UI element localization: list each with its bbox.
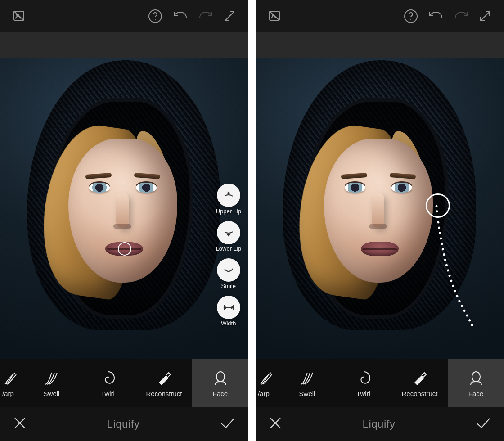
- secondary-toolbar: [0, 32, 248, 58]
- svg-point-4: [216, 372, 225, 382]
- bottom-action-bar: Liquify: [0, 407, 248, 441]
- liquify-tool-strip: /arp Swell Twirl Reconstruct Face: [0, 359, 248, 407]
- face-option-label: Smile: [221, 283, 236, 289]
- secondary-toolbar: [256, 32, 504, 58]
- liquify-tool-strip: /arp Swell Twirl Reconstruct Face: [256, 359, 504, 407]
- top-toolbar: [256, 0, 504, 32]
- tool-reconstruct[interactable]: Reconstruct: [136, 359, 192, 407]
- editor-pane-left: Upper Lip Lower Lip Smile: [0, 0, 248, 441]
- help-icon[interactable]: [403, 9, 418, 24]
- tool-label: Twirl: [356, 390, 370, 397]
- tool-face[interactable]: Face: [192, 359, 248, 407]
- tool-swell[interactable]: Swell: [279, 359, 335, 407]
- width-icon: [217, 296, 240, 319]
- tool-label: /arp: [2, 390, 14, 397]
- tool-label: Reconstruct: [401, 390, 437, 397]
- tool-label: Reconstruct: [146, 390, 182, 397]
- canvas[interactable]: [256, 58, 504, 359]
- check-icon: [475, 416, 491, 430]
- fullscreen-icon[interactable]: [479, 10, 491, 22]
- tool-label: Swell: [299, 390, 315, 397]
- face-feature-marker[interactable]: [118, 242, 131, 256]
- svg-point-8: [410, 19, 411, 20]
- face-option-label: Upper Lip: [216, 208, 241, 215]
- compare-original-icon[interactable]: [13, 9, 26, 23]
- apply-button[interactable]: [220, 416, 236, 432]
- tool-label: Face: [468, 390, 483, 397]
- face-option-label: Lower Lip: [216, 245, 241, 252]
- redo-icon[interactable]: [198, 9, 213, 23]
- undo-icon[interactable]: [428, 9, 444, 23]
- tool-warp[interactable]: /arp: [256, 359, 279, 407]
- undo-icon[interactable]: [173, 9, 188, 23]
- mode-title: Liquify: [107, 418, 140, 430]
- close-icon: [268, 416, 283, 430]
- tool-twirl[interactable]: Twirl: [80, 359, 136, 407]
- face-option-label: Width: [221, 320, 236, 327]
- face-option-lower-lip[interactable]: Lower Lip: [216, 221, 241, 252]
- redo-icon[interactable]: [454, 9, 469, 23]
- fullscreen-icon[interactable]: [223, 10, 236, 22]
- tool-label: Swell: [44, 390, 60, 397]
- tool-label: /arp: [258, 390, 270, 397]
- face-mouth-options: Upper Lip Lower Lip Smile: [216, 184, 241, 327]
- svg-point-3: [155, 19, 156, 20]
- editor-pane-right: /arp Swell Twirl Reconstruct Face: [256, 0, 504, 441]
- canvas[interactable]: Upper Lip Lower Lip Smile: [0, 58, 248, 359]
- smile-icon: [217, 258, 240, 282]
- face-option-width[interactable]: Width: [217, 296, 240, 327]
- bottom-action-bar: Liquify: [256, 407, 504, 441]
- check-icon: [220, 416, 236, 430]
- tool-reconstruct[interactable]: Reconstruct: [392, 359, 448, 407]
- cancel-button[interactable]: [13, 416, 27, 432]
- gesture-handle-ring[interactable]: [426, 194, 450, 218]
- cancel-button[interactable]: [268, 416, 283, 432]
- face-option-upper-lip[interactable]: Upper Lip: [216, 184, 241, 215]
- tool-label: Twirl: [101, 390, 115, 397]
- apply-button[interactable]: [475, 416, 491, 432]
- face-option-smile[interactable]: Smile: [217, 258, 240, 289]
- lower-lip-icon: [217, 221, 240, 244]
- top-toolbar: [0, 0, 248, 32]
- mode-title: Liquify: [363, 418, 396, 430]
- tool-twirl[interactable]: Twirl: [335, 359, 392, 407]
- tool-label: Face: [213, 390, 228, 397]
- tool-swell[interactable]: Swell: [23, 359, 80, 407]
- help-icon[interactable]: [148, 9, 163, 24]
- compare-original-icon[interactable]: [268, 9, 282, 23]
- tool-warp[interactable]: /arp: [0, 359, 23, 407]
- close-icon: [13, 416, 27, 430]
- tool-face[interactable]: Face: [448, 359, 504, 407]
- upper-lip-icon: [217, 184, 240, 207]
- svg-point-9: [472, 372, 480, 382]
